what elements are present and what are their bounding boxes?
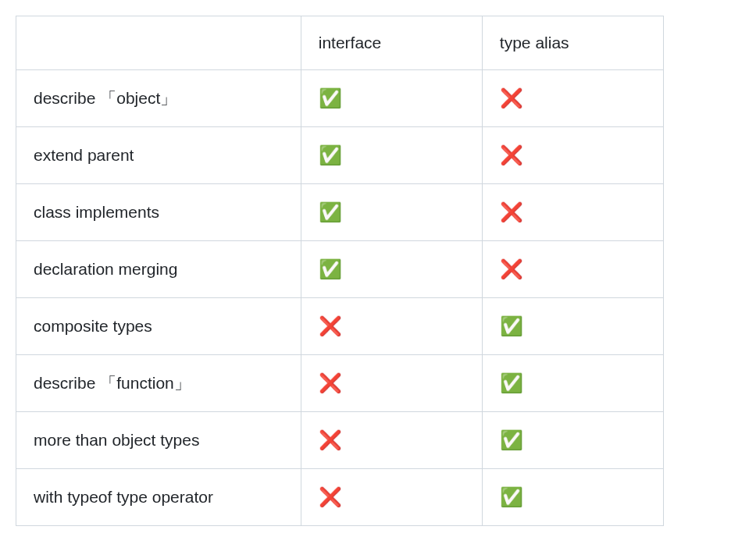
table-row: declaration merging ✅ ❌ — [16, 240, 664, 297]
header-interface: interface — [301, 16, 482, 70]
cell-interface: ❌ — [301, 468, 482, 525]
comparison-table-container: interface type alias describe 「object」 ✅… — [16, 16, 664, 526]
cell-type-alias: ✅ — [482, 354, 663, 411]
cell-type-alias: ❌ — [482, 69, 663, 126]
table-row: more than object types ❌ ✅ — [16, 411, 664, 468]
table-row: class implements ✅ ❌ — [16, 183, 664, 240]
feature-label: class implements — [16, 183, 301, 240]
cell-type-alias: ✅ — [482, 468, 663, 525]
feature-label: more than object types — [16, 411, 301, 468]
cell-interface: ❌ — [301, 411, 482, 468]
check-icon: ✅ — [319, 141, 342, 169]
check-icon: ✅ — [500, 312, 523, 340]
comparison-table: interface type alias describe 「object」 ✅… — [16, 16, 664, 526]
check-icon: ✅ — [500, 369, 523, 397]
cross-icon: ❌ — [500, 141, 523, 169]
cross-icon: ❌ — [319, 426, 342, 454]
check-icon: ✅ — [500, 426, 523, 454]
check-icon: ✅ — [319, 84, 342, 112]
table-header-row: interface type alias — [16, 16, 664, 70]
table-row: extend parent ✅ ❌ — [16, 126, 664, 183]
cell-type-alias: ✅ — [482, 411, 663, 468]
header-blank — [16, 16, 301, 70]
check-icon: ✅ — [319, 255, 342, 283]
cross-icon: ❌ — [500, 84, 523, 112]
feature-label: declaration merging — [16, 240, 301, 297]
cross-icon: ❌ — [500, 255, 523, 283]
header-type-alias: type alias — [482, 16, 663, 70]
table-row: with typeof type operator ❌ ✅ — [16, 468, 664, 525]
cell-interface: ✅ — [301, 69, 482, 126]
feature-label: describe 「function」 — [16, 354, 301, 411]
feature-label: with typeof type operator — [16, 468, 301, 525]
cell-interface: ✅ — [301, 126, 482, 183]
check-icon: ✅ — [500, 483, 523, 511]
cell-interface: ❌ — [301, 354, 482, 411]
cross-icon: ❌ — [319, 483, 342, 511]
cross-icon: ❌ — [500, 198, 523, 226]
table-row: describe 「function」 ❌ ✅ — [16, 354, 664, 411]
cell-type-alias: ❌ — [482, 126, 663, 183]
cell-type-alias: ❌ — [482, 183, 663, 240]
cell-interface: ✅ — [301, 183, 482, 240]
feature-label: extend parent — [16, 126, 301, 183]
cross-icon: ❌ — [319, 312, 342, 340]
cell-interface: ✅ — [301, 240, 482, 297]
feature-label: describe 「object」 — [16, 69, 301, 126]
cell-type-alias: ❌ — [482, 240, 663, 297]
table-row: describe 「object」 ✅ ❌ — [16, 69, 664, 126]
check-icon: ✅ — [319, 198, 342, 226]
cell-interface: ❌ — [301, 297, 482, 354]
cross-icon: ❌ — [319, 369, 342, 397]
table-row: composite types ❌ ✅ — [16, 297, 664, 354]
feature-label: composite types — [16, 297, 301, 354]
cell-type-alias: ✅ — [482, 297, 663, 354]
